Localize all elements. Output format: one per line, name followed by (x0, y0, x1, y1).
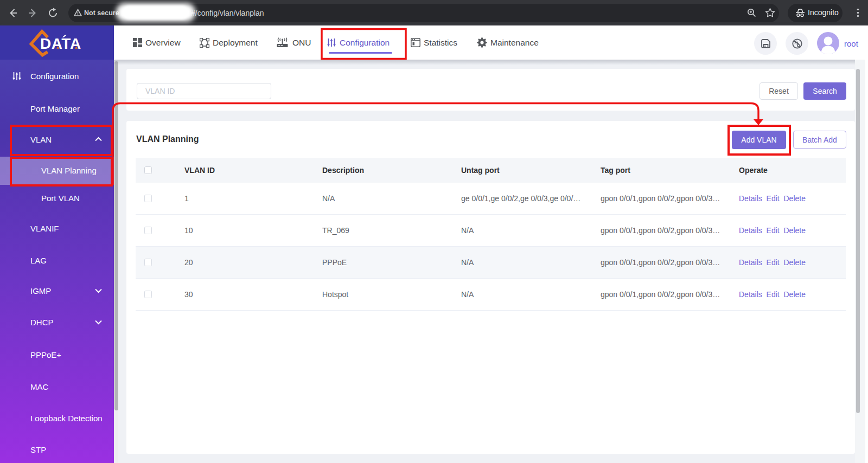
svg-text:DATA: DATA (40, 35, 81, 52)
